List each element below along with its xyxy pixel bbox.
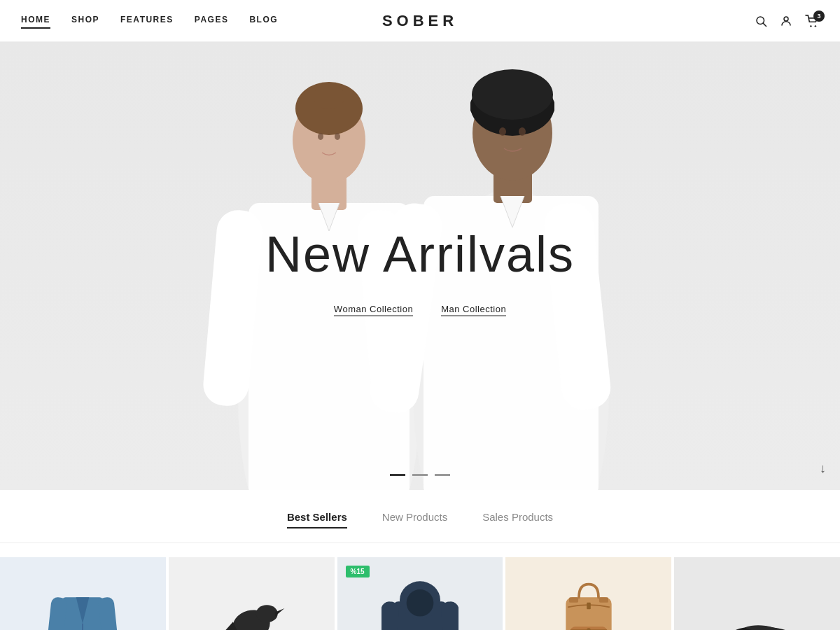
dot-3[interactable]	[435, 474, 450, 476]
scroll-down-arrow[interactable]: ↓	[820, 461, 826, 476]
hero-dots	[390, 474, 450, 476]
svg-point-2	[784, 17, 788, 21]
product-card-jacket[interactable]	[0, 557, 166, 630]
hero-title: New Arrilvals	[265, 225, 575, 283]
shoe-svg	[708, 592, 806, 630]
product-image-bird	[169, 557, 335, 630]
woman-collection-link[interactable]: Woman Collection	[334, 304, 413, 316]
search-icon[interactable]	[755, 15, 767, 27]
product-tabs: Best Sellers New Products Sales Products	[0, 511, 840, 528]
nav-shop[interactable]: SHOP	[71, 15, 99, 27]
dot-2[interactable]	[412, 474, 428, 476]
svg-rect-53	[587, 603, 591, 609]
product-image-shoe	[674, 557, 840, 630]
svg-point-33	[256, 605, 278, 622]
product-card-shoe[interactable]	[674, 557, 840, 630]
svg-rect-28	[48, 596, 67, 630]
product-card-bird[interactable]	[169, 557, 335, 630]
product-card-bag[interactable]	[505, 557, 671, 630]
svg-line-1	[763, 23, 766, 26]
bag-svg	[554, 571, 624, 630]
main-nav: HOME SHOP FEATURES PAGES BLOG	[21, 15, 278, 27]
svg-marker-34	[275, 608, 285, 617]
site-logo[interactable]: SOBER	[382, 12, 458, 30]
svg-point-4	[815, 25, 816, 27]
product-image-jacket	[0, 557, 166, 630]
header-icons: 3	[755, 15, 819, 27]
svg-rect-44	[382, 601, 399, 630]
nav-features[interactable]: FEATURES	[120, 15, 174, 27]
nav-blog[interactable]: BLOG	[249, 15, 278, 27]
svg-point-13	[318, 133, 323, 140]
hoodie-svg	[382, 568, 458, 630]
dot-1[interactable]	[390, 474, 405, 476]
svg-point-14	[335, 133, 340, 140]
jacket-svg	[48, 571, 118, 630]
cart-badge: 3	[813, 10, 825, 22]
svg-point-24	[499, 127, 506, 136]
svg-point-3	[810, 25, 811, 27]
svg-rect-45	[441, 601, 458, 630]
cart-icon[interactable]: 3	[805, 15, 819, 27]
header: HOME SHOP FEATURES PAGES BLOG SOBER 3	[0, 0, 840, 42]
svg-rect-29	[98, 596, 118, 630]
svg-point-12	[314, 84, 344, 109]
tab-sales-products[interactable]: Sales Products	[482, 511, 553, 528]
account-icon[interactable]	[780, 15, 792, 27]
svg-rect-48	[569, 597, 578, 602]
nav-home[interactable]: HOME	[21, 15, 50, 27]
hero-content: New Arrilvals Woman Collection Man Colle…	[265, 225, 575, 316]
hero-collection-links: Woman Collection Man Collection	[265, 304, 575, 316]
product-tabs-section: Best Sellers New Products Sales Products	[0, 490, 840, 543]
svg-rect-49	[599, 597, 608, 602]
hero-section: New Arrilvals Woman Collection Man Colle…	[0, 42, 840, 490]
bird-svg	[213, 568, 290, 630]
products-grid: %15	[0, 543, 840, 630]
product-badge-sale: %15	[346, 566, 370, 578]
svg-point-43	[407, 589, 434, 617]
tab-best-sellers[interactable]: Best Sellers	[287, 511, 347, 528]
product-image-bag	[505, 557, 671, 630]
man-collection-link[interactable]: Man Collection	[441, 304, 506, 316]
svg-point-23	[472, 69, 553, 120]
svg-point-25	[519, 127, 526, 136]
tab-new-products[interactable]: New Products	[382, 511, 447, 528]
nav-pages[interactable]: PAGES	[195, 15, 229, 27]
product-card-hoodie[interactable]: %15	[337, 557, 503, 630]
